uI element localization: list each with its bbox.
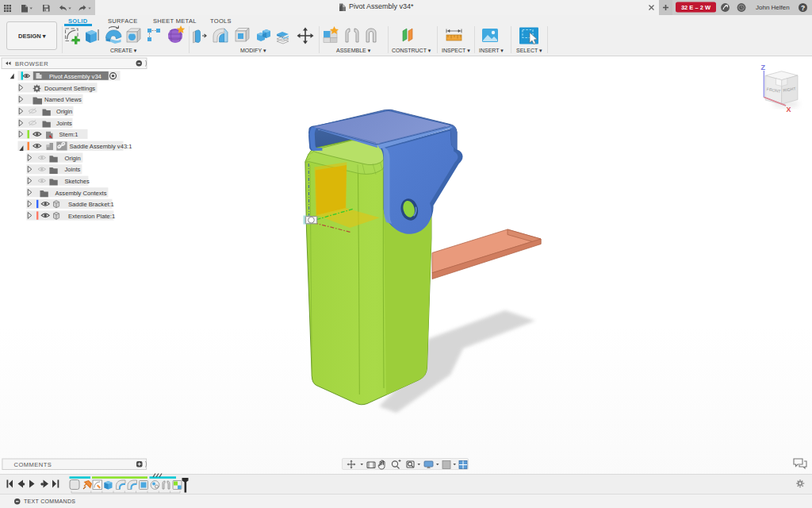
svg-text:Z: Z xyxy=(761,64,766,71)
svg-text:John Helfen: John Helfen xyxy=(756,4,790,11)
svg-text:32 E – 2 W: 32 E – 2 W xyxy=(681,4,711,11)
svg-text:X: X xyxy=(787,106,791,114)
svg-text:COMMENTS: COMMENTS xyxy=(14,461,52,468)
svg-text:?: ? xyxy=(801,4,805,12)
